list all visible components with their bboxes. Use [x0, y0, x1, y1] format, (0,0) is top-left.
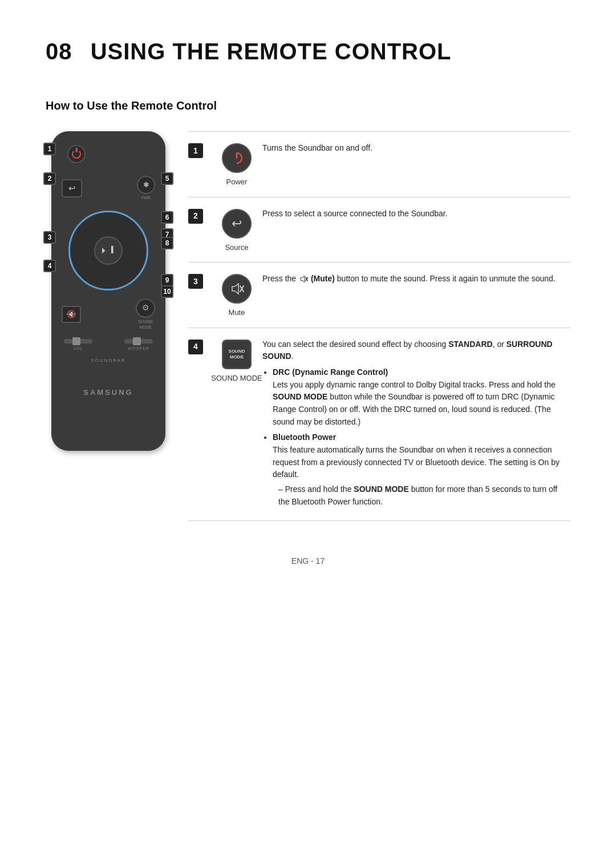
source-icon: ↩	[68, 182, 76, 195]
pair-label: PAIR	[141, 195, 151, 201]
remote-dpad: ⏵❙	[62, 211, 155, 290]
ref-num-2: 2	[188, 207, 211, 253]
ref-icon-col-2: ↩ Source	[211, 207, 262, 253]
bullet-bluetooth-power: Bluetooth Power This feature automatical…	[273, 431, 570, 508]
sound-mode-bullets: DRC (Dynamic Range Control) Lets you app…	[262, 366, 570, 508]
content-area: 1 2 3 4 5 6 7 8 9 10 ↩	[46, 131, 570, 521]
samsung-label: SAMSUNG	[62, 387, 155, 398]
ref-desc-1: Turns the Soundbar on and off.	[262, 141, 570, 188]
remote-row2: ↩ ✱ PAIR	[62, 176, 155, 201]
ref-icon-col-1: Power	[211, 141, 262, 188]
remote-top-row	[62, 143, 155, 165]
remote-illustration: 1 2 3 4 5 6 7 8 9 10 ↩	[46, 131, 171, 451]
ref-icon-col-4: SOUNDMODE SOUND MODE	[211, 337, 262, 512]
badge-2: 2	[43, 172, 56, 185]
surround-bold: SURROUND SOUND	[262, 340, 553, 361]
vol-slider-bar	[64, 339, 92, 344]
ref-desc-1-text: Turns the Soundbar on and off.	[262, 143, 372, 152]
badge-4: 4	[43, 260, 56, 272]
woofer-slider: WOOFER	[124, 339, 153, 352]
power-button-remote	[67, 145, 86, 163]
mute-bold: (Mute)	[311, 274, 335, 283]
badge-6: 6	[161, 211, 173, 224]
ref-mute-label: Mute	[229, 307, 245, 318]
svg-marker-2	[232, 284, 238, 294]
ref-row-2: 2 ↩ Source Press to select a source conn…	[188, 197, 570, 263]
settings-icon: ⚙	[142, 302, 149, 314]
power-icon	[72, 150, 81, 159]
ref-desc-2: Press to select a source connected to th…	[262, 207, 570, 253]
bt-power-title: Bluetooth Power	[273, 433, 336, 442]
ref-desc-4: You can select the desired sound effect …	[262, 337, 570, 512]
source-arrow-icon: ↩	[232, 214, 242, 233]
ref-source-icon: ↩	[222, 209, 252, 239]
bluetooth-button-remote: ✱	[137, 176, 155, 194]
woofer-label: WOOFER	[128, 346, 149, 352]
ref-desc-3: Press the (Mute) button to mute the soun…	[262, 272, 570, 318]
dpad-ring: ⏵❙	[68, 211, 148, 290]
ref-sound-mode-icon: SOUNDMODE	[222, 340, 252, 369]
ref-row-3: 3 Mute Press the (Mute) button to mute t…	[188, 263, 570, 328]
bluetooth-icon: ✱	[143, 180, 149, 190]
reference-table: 1 Power Turns the Soundbar on and off. 2	[188, 131, 570, 521]
ref-row-1: 1 Power Turns the Soundbar on and off.	[188, 132, 570, 197]
badge-8: 8	[161, 237, 173, 249]
mute-button-remote: 🔇	[62, 306, 81, 323]
footer-text: ENG - 17	[291, 556, 325, 566]
ref-sound-mode-label: SOUND MODE	[211, 373, 262, 384]
ref-num-3: 3	[188, 272, 211, 318]
sound-mode-remote-label: SOUNDMODE	[138, 319, 152, 331]
ref-mute-icon	[222, 274, 252, 304]
section-title: How to Use the Remote Control	[46, 97, 570, 114]
svg-marker-5	[301, 276, 305, 282]
remote-body: 1 2 3 4 5 6 7 8 9 10 ↩	[51, 131, 165, 451]
bt-power-sub-1: Press and hold the SOUND MODE button for…	[278, 483, 570, 508]
sound-mode-ref: SOUND MODE	[273, 392, 327, 401]
source-button-remote: ↩	[62, 179, 82, 197]
ref-power-icon	[222, 143, 252, 173]
standard-bold: STANDARD	[448, 340, 493, 349]
sound-mode-ref-2: SOUND MODE	[354, 484, 408, 494]
mute-icon-remote: 🔇	[67, 309, 76, 320]
page-title: 08 USING THE REMOTE CONTROL	[46, 34, 570, 68]
ref-power-label: Power	[226, 176, 248, 188]
settings-button-remote: ⚙	[136, 298, 155, 318]
ref-num-1: 1	[188, 141, 211, 188]
dpad-center: ⏵❙	[94, 236, 123, 265]
badge-10: 10	[161, 285, 173, 298]
badge-1: 1	[43, 143, 56, 155]
play-pause-icon: ⏵❙	[100, 244, 116, 256]
badge-3: 3	[43, 231, 56, 244]
ref-num-4: 4	[188, 337, 211, 512]
ref-desc-2-text: Press to select a source connected to th…	[262, 209, 448, 218]
sound-mode-icon-text: SOUNDMODE	[229, 349, 245, 360]
bullet-drc: DRC (Dynamic Range Control) Lets you app…	[273, 366, 570, 428]
ref-desc-4-intro: You can select the desired sound effect …	[262, 340, 553, 361]
badge-9: 9	[161, 274, 173, 286]
drc-title: DRC (Dynamic Range Control)	[273, 368, 388, 377]
remote-sliders: VOL WOOFER	[64, 339, 153, 352]
woofer-slider-bar	[124, 339, 153, 344]
page-number: 08	[46, 39, 72, 64]
ref-source-label: Source	[225, 242, 248, 253]
page-footer: ENG - 17	[46, 555, 570, 567]
ref-row-4: 4 SOUNDMODE SOUND MODE You can select th…	[188, 328, 570, 522]
vol-slider: VOL	[64, 339, 92, 352]
badge-5: 5	[161, 172, 173, 185]
bt-power-sub-bullets: Press and hold the SOUND MODE button for…	[273, 483, 570, 508]
ref-icon-col-3: Mute	[211, 272, 262, 318]
vol-label: VOL	[73, 346, 83, 352]
remote-row3: 🔇 ⚙ SOUNDMODE	[62, 298, 155, 331]
soundbar-label: SOUNDBAR	[62, 357, 155, 364]
page-title-text: USING THE REMOTE CONTROL	[91, 39, 452, 64]
